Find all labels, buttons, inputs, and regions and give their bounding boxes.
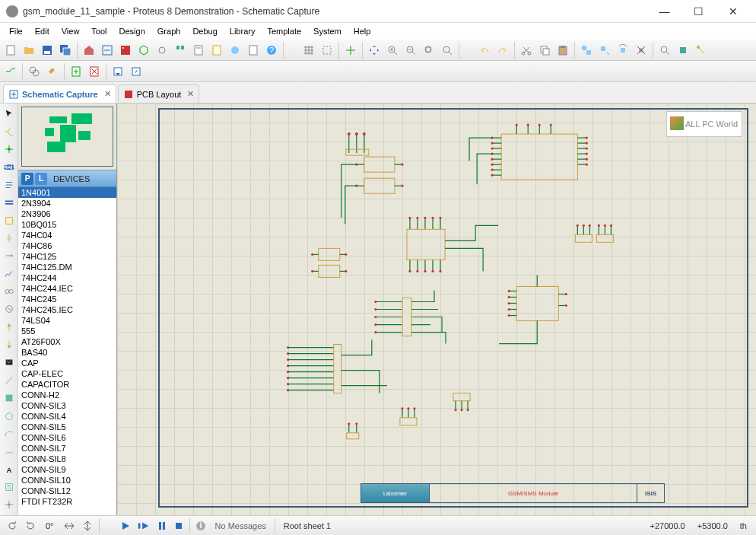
- minimize-button[interactable]: —: [647, 0, 681, 23]
- menu-view[interactable]: View: [56, 24, 86, 38]
- notes-button[interactable]: [208, 42, 225, 59]
- exit-subsheet-button[interactable]: [110, 63, 126, 80]
- pan-button[interactable]: [366, 42, 383, 59]
- device-item[interactable]: CONN-SIL5: [18, 422, 116, 432]
- 2d-line-button[interactable]: [1, 372, 17, 388]
- device-item[interactable]: 1N4001: [18, 187, 116, 198]
- menu-graph[interactable]: Graph: [151, 24, 187, 38]
- 2d-box-button[interactable]: [1, 390, 17, 406]
- label-mode-button[interactable]: LBL: [1, 159, 17, 175]
- device-item[interactable]: 2N3904: [18, 198, 116, 209]
- device-item[interactable]: 74HC04: [18, 230, 116, 240]
- device-item[interactable]: CONN-SIL8: [18, 454, 116, 464]
- device-item[interactable]: 10BQ015: [18, 219, 116, 230]
- 2d-circle-button[interactable]: [1, 408, 17, 424]
- copy-button[interactable]: [536, 42, 553, 59]
- zoom-area-button[interactable]: [439, 42, 456, 59]
- pick-devices-button[interactable]: P: [21, 173, 33, 185]
- libraries-button[interactable]: L: [35, 173, 47, 185]
- device-item[interactable]: 74HC125: [18, 251, 116, 262]
- marker-mode-button[interactable]: [1, 497, 17, 513]
- vsm-button[interactable]: [227, 42, 243, 59]
- home-button[interactable]: [81, 42, 97, 59]
- device-pin-button[interactable]: [1, 248, 17, 264]
- subcircuit-mode-button[interactable]: [1, 212, 17, 228]
- current-probe-button[interactable]: [1, 336, 17, 352]
- device-item[interactable]: 555: [18, 326, 116, 336]
- 2d-arc-button[interactable]: [1, 425, 17, 441]
- device-item[interactable]: 74LS04: [18, 315, 116, 326]
- origin-button[interactable]: [342, 42, 359, 59]
- bom-button[interactable]: [190, 42, 207, 59]
- devices-list[interactable]: 1N40012N39042N390610BQ01574HC0474HC8674H…: [18, 187, 116, 515]
- grid-button[interactable]: [300, 42, 317, 59]
- mirror-vertical-button[interactable]: [78, 518, 97, 533]
- play-button[interactable]: [117, 518, 134, 533]
- pause-button[interactable]: [154, 518, 170, 533]
- new-sheet-button[interactable]: [68, 63, 84, 80]
- decompose-button[interactable]: [693, 42, 710, 59]
- device-item[interactable]: BAS40: [18, 347, 116, 358]
- wire-tool-button[interactable]: [2, 63, 19, 80]
- device-item[interactable]: 74HC244.IEC: [18, 283, 116, 294]
- bus-mode-button[interactable]: [1, 195, 17, 211]
- block-move-button[interactable]: [596, 42, 613, 59]
- 2d-text-button[interactable]: A: [1, 461, 17, 477]
- device-item[interactable]: 74HC86: [18, 240, 116, 251]
- device-item[interactable]: CONN-SIL6: [18, 432, 116, 443]
- block-copy-button[interactable]: [578, 42, 595, 59]
- schematic-button[interactable]: [99, 42, 116, 59]
- instruments-button[interactable]: [1, 355, 17, 371]
- device-item[interactable]: 74HC245: [18, 294, 116, 304]
- text-script-button[interactable]: [1, 177, 17, 193]
- device-item[interactable]: CONN-SIL7: [18, 443, 116, 454]
- 3d-button[interactable]: [135, 42, 152, 59]
- menu-tool[interactable]: Tool: [85, 24, 113, 38]
- graph-mode-button[interactable]: [1, 266, 17, 282]
- junction-mode-button[interactable]: [1, 142, 17, 158]
- device-item[interactable]: 74HC245.IEC: [18, 304, 116, 315]
- undo-button[interactable]: [476, 42, 493, 59]
- tab-close-icon[interactable]: ✕: [187, 89, 194, 99]
- menu-file[interactable]: File: [3, 24, 29, 38]
- menu-help[interactable]: Help: [348, 24, 377, 38]
- symbol-mode-button[interactable]: S: [1, 479, 17, 495]
- save-button[interactable]: [39, 42, 56, 59]
- tape-mode-button[interactable]: [1, 283, 17, 299]
- device-item[interactable]: CONN-SIL4: [18, 411, 116, 422]
- overview-panel[interactable]: [18, 103, 116, 170]
- 2d-path-button[interactable]: [1, 444, 17, 460]
- step-button[interactable]: [134, 518, 154, 533]
- design-explorer-button[interactable]: [172, 42, 189, 59]
- device-item[interactable]: CONN-SIL3: [18, 400, 116, 411]
- pcb-button[interactable]: [117, 42, 134, 59]
- generator-mode-button[interactable]: [1, 301, 17, 317]
- delete-sheet-button[interactable]: [86, 63, 103, 80]
- menu-library[interactable]: Library: [224, 24, 262, 38]
- device-item[interactable]: CONN-SIL10: [18, 475, 116, 486]
- menu-design[interactable]: Design: [113, 24, 151, 38]
- menu-debug[interactable]: Debug: [186, 24, 223, 38]
- gerber-button[interactable]: [154, 42, 170, 59]
- property-tool-button[interactable]: [44, 63, 61, 80]
- device-item[interactable]: CONN-SIL9: [18, 464, 116, 475]
- package-button[interactable]: [675, 42, 691, 59]
- redo-button[interactable]: [494, 42, 511, 59]
- menu-template[interactable]: Template: [261, 24, 307, 38]
- new-file-button[interactable]: [2, 42, 19, 59]
- selection-mode-button[interactable]: [1, 106, 17, 122]
- search-button[interactable]: [26, 63, 43, 80]
- messages-icon[interactable]: i: [192, 518, 209, 533]
- menu-edit[interactable]: Edit: [29, 24, 56, 38]
- close-button[interactable]: ✕: [716, 0, 750, 23]
- help-button[interactable]: ?: [263, 42, 280, 59]
- component-mode-button[interactable]: [1, 123, 17, 139]
- tab-close-icon[interactable]: ✕: [104, 89, 111, 99]
- device-item[interactable]: 74HC244: [18, 272, 116, 283]
- device-item[interactable]: CONN-H2: [18, 390, 116, 400]
- device-item[interactable]: CAPACITOR: [18, 379, 116, 390]
- open-file-button[interactable]: [21, 42, 37, 59]
- zoom-out-button[interactable]: [402, 42, 419, 59]
- save-all-button[interactable]: [57, 42, 74, 59]
- terminal-mode-button[interactable]: [1, 230, 17, 246]
